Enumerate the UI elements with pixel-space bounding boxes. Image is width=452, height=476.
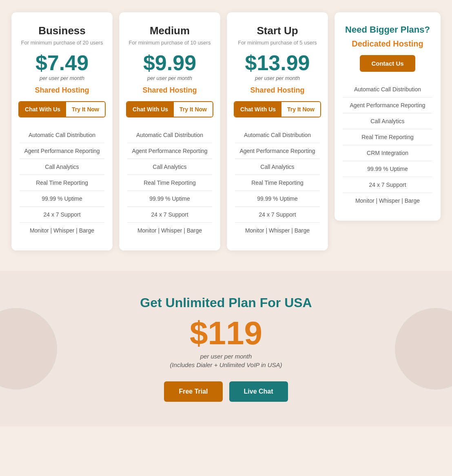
- list-item: Agent Performance Reporting: [235, 143, 320, 159]
- business-cta-buttons: Chat With Us Try It Now: [18, 101, 106, 117]
- business-try-button[interactable]: Try It Now: [66, 102, 105, 117]
- business-plan-subtitle: For minimum purchase of 20 users: [21, 40, 103, 46]
- list-item: Automatic Call Distribution: [235, 127, 320, 143]
- custom-need-bigger: Need Bigger Plans?: [345, 24, 430, 35]
- medium-plan-price: $9.99: [143, 52, 196, 73]
- live-chat-button[interactable]: Live Chat: [229, 381, 288, 402]
- business-price-period: per user per month: [40, 75, 84, 81]
- medium-price-period: per user per month: [147, 75, 192, 81]
- list-item: Monitor | Whisper | Barge: [343, 193, 432, 208]
- list-item: Monitor | Whisper | Barge: [127, 223, 212, 238]
- contact-us-button[interactable]: Contact Us: [360, 55, 415, 72]
- startup-plan-price: $13.99: [245, 52, 310, 73]
- startup-plan-card: Start Up For minimum purchase of 5 users…: [227, 12, 328, 250]
- custom-hosting-label: Dedicated Hosting: [352, 39, 423, 49]
- medium-plan-name: Medium: [150, 24, 190, 37]
- list-item: 24 x 7 Support: [127, 207, 212, 223]
- list-item: Monitor | Whisper | Barge: [20, 223, 104, 238]
- startup-plan-subtitle: For minimum purchase of 5 users: [238, 40, 317, 46]
- unlimited-buttons: Free Trial Live Chat: [8, 381, 444, 402]
- medium-cta-buttons: Chat With Us Try It Now: [126, 101, 213, 117]
- list-item: 24 x 7 Support: [20, 207, 104, 223]
- list-item: 99.99 % Uptime: [127, 191, 212, 207]
- startup-chat-button[interactable]: Chat With Us: [235, 102, 281, 117]
- startup-plan-name: Start Up: [257, 24, 298, 37]
- list-item: Automatic Call Distribution: [343, 82, 432, 97]
- list-item: Call Analytics: [343, 113, 432, 129]
- list-item: Agent Performance Reporting: [343, 97, 432, 113]
- list-item: Agent Performance Reporting: [20, 143, 104, 159]
- startup-price-period: per user per month: [255, 75, 300, 81]
- pricing-section: Business For minimum purchase of 20 user…: [0, 0, 452, 271]
- list-item: 24 x 7 Support: [235, 207, 320, 223]
- business-plan-card: Business For minimum purchase of 20 user…: [11, 12, 113, 250]
- list-item: 99.99 % Uptime: [343, 161, 432, 177]
- list-item: Automatic Call Distribution: [127, 127, 212, 143]
- medium-plan-card: Medium For minimum purchase of 10 users …: [119, 12, 220, 250]
- list-item: Monitor | Whisper | Barge: [235, 223, 320, 238]
- list-item: 99.99 % Uptime: [235, 191, 320, 207]
- startup-cta-buttons: Chat With Us Try It Now: [234, 101, 321, 117]
- medium-chat-button[interactable]: Chat With Us: [127, 102, 174, 117]
- unlimited-includes: (Includes Dialer + Unlimited VoIP in USA…: [8, 361, 444, 368]
- medium-features-list: Automatic Call Distribution Agent Perfor…: [127, 127, 212, 238]
- medium-try-button[interactable]: Try It Now: [174, 102, 213, 117]
- unlimited-title: Get Unlimited Plan For USA: [8, 295, 444, 310]
- business-chat-button[interactable]: Chat With Us: [19, 102, 66, 117]
- list-item: Real Time Reporting: [20, 175, 104, 191]
- custom-features-list: Automatic Call Distribution Agent Perfor…: [343, 82, 432, 208]
- list-item: Real Time Reporting: [127, 175, 212, 191]
- custom-plan-card: Need Bigger Plans? Dedicated Hosting Con…: [335, 12, 441, 221]
- list-item: Real Time Reporting: [235, 175, 320, 191]
- list-item: 24 x 7 Support: [343, 177, 432, 193]
- unlimited-section: Get Unlimited Plan For USA $119 per user…: [0, 271, 452, 426]
- medium-plan-subtitle: For minimum purchase of 10 users: [129, 40, 211, 46]
- list-item: Real Time Reporting: [343, 129, 432, 145]
- startup-features-list: Automatic Call Distribution Agent Perfor…: [235, 127, 320, 238]
- list-item: CRM Integration: [343, 145, 432, 161]
- unlimited-period: per user per month: [8, 353, 444, 360]
- list-item: Agent Performance Reporting: [127, 143, 212, 159]
- business-features-list: Automatic Call Distribution Agent Perfor…: [20, 127, 104, 238]
- business-plan-name: Business: [38, 24, 86, 37]
- unlimited-price: $119: [8, 317, 444, 350]
- free-trial-button[interactable]: Free Trial: [164, 381, 222, 402]
- list-item: Call Analytics: [20, 159, 104, 175]
- list-item: 99.99 % Uptime: [20, 191, 104, 207]
- medium-hosting-label: Shared Hosting: [142, 86, 197, 95]
- list-item: Call Analytics: [235, 159, 320, 175]
- list-item: Call Analytics: [127, 159, 212, 175]
- business-hosting-label: Shared Hosting: [35, 86, 89, 95]
- list-item: Automatic Call Distribution: [20, 127, 104, 143]
- startup-hosting-label: Shared Hosting: [250, 86, 304, 95]
- business-plan-price: $7.49: [35, 52, 89, 73]
- startup-try-button[interactable]: Try It Now: [281, 102, 320, 117]
